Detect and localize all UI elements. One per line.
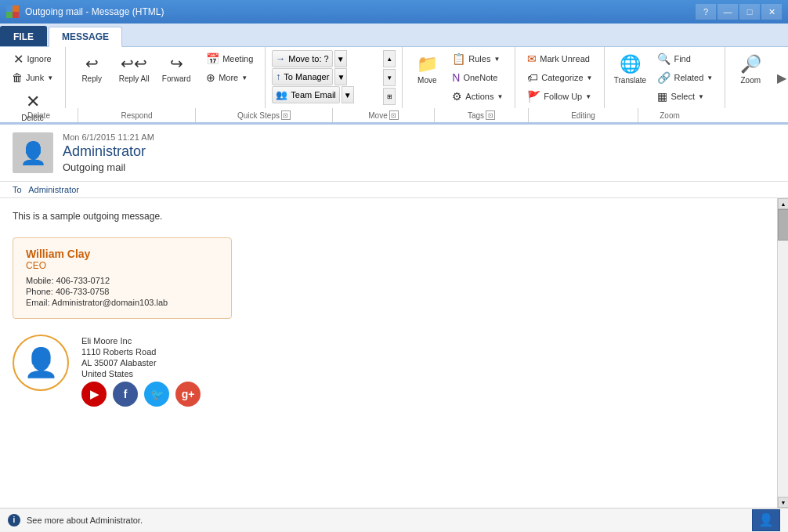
to-recipient[interactable]: Administrator xyxy=(28,185,79,194)
avatar-icon: 👤 xyxy=(20,140,47,166)
rules-button[interactable]: 📋 Rules ▼ xyxy=(446,50,508,67)
forward-button[interactable]: ↪ Forward xyxy=(157,50,196,94)
scroll-down-button[interactable]: ▼ xyxy=(778,497,788,508)
qs-team-email[interactable]: 👥 Team Email xyxy=(272,86,339,103)
qs-expand-1[interactable]: ▼ xyxy=(334,50,347,67)
categorize-button[interactable]: 🏷 Categorize ▼ xyxy=(522,69,598,86)
qs-scroll-buttons: ▲ ▼ ⊞ xyxy=(383,50,396,105)
qs-scroll-down[interactable]: ▼ xyxy=(383,69,396,86)
help-button[interactable]: ? xyxy=(696,4,716,20)
translate-button[interactable]: 🌐 Translate xyxy=(611,50,649,100)
scroll-thumb[interactable] xyxy=(778,209,788,241)
zoom-button[interactable]: 🔎 Zoom xyxy=(732,50,769,100)
contact-sidebar-button[interactable]: 👤 xyxy=(752,509,780,531)
qs-row-1: → Move to: ? ▼ xyxy=(272,50,381,67)
junk-delete-buttons: 🗑 Junk ▼ xyxy=(6,69,59,86)
select-icon: ▦ xyxy=(657,90,667,103)
sig-title: CEO xyxy=(26,260,219,271)
scroll-up-button[interactable]: ▲ xyxy=(778,198,788,209)
ribbon-group-respond: ↩ Reply ↩↩ Reply All ↪ Forward 📅 xyxy=(66,47,266,108)
svg-rect-2 xyxy=(6,12,13,18)
more-icon: ⊕ xyxy=(206,71,215,84)
close-button[interactable]: ✕ xyxy=(761,4,782,20)
reply-splitbtn: ↩ Reply xyxy=(72,50,111,107)
youtube-icon[interactable]: ▶ xyxy=(81,382,107,407)
related-icon: 🔗 xyxy=(657,71,671,84)
qs-expand-all[interactable]: ⊞ xyxy=(383,88,396,105)
move-icon: 📁 xyxy=(417,54,438,74)
follow-up-button[interactable]: 🚩 Follow Up ▼ xyxy=(522,88,598,105)
qs-row-3: 👥 Team Email ▼ xyxy=(272,86,381,103)
rgl-editing: Editing xyxy=(529,108,638,122)
company-info: Eli Moore Inc 1110 Roberts Road AL 35007… xyxy=(81,335,201,410)
qs-scroll-up[interactable]: ▲ xyxy=(383,50,396,67)
reply-button[interactable]: ↩ Reply xyxy=(72,50,111,94)
message-subject: Outgoing mail xyxy=(63,161,775,173)
related-dropdown: ▼ xyxy=(707,74,713,81)
ignore-button[interactable]: ✕ Ignore xyxy=(8,50,56,67)
ribbon: ✕ Ignore 🗑 Junk ▼ ✕ Delete ↩ xyxy=(0,47,788,108)
ribbon-labels-row: Delete Respond Quick Steps ⊡ Move ⊡ Tags… xyxy=(0,108,788,124)
actions-button[interactable]: ⚙ Actions ▼ xyxy=(446,88,508,105)
move-button[interactable]: 📁 Move xyxy=(409,50,445,97)
move-secondary: 📋 Rules ▼ N OneNote ⚙ Actions ▼ xyxy=(446,50,508,105)
more-button[interactable]: ⊕ More ▼ xyxy=(201,69,258,86)
rgl-respond: Respond xyxy=(78,108,196,122)
meeting-button[interactable]: 📅 Meeting xyxy=(201,50,258,67)
quick-steps-expander[interactable]: ⊡ xyxy=(281,110,291,120)
ribbon-scroll-right[interactable]: ▶ xyxy=(775,47,788,108)
tab-bar: FILE MESSAGE xyxy=(0,24,788,47)
mark-unread-button[interactable]: ✉ Mark Unread xyxy=(522,50,598,67)
tab-message[interactable]: MESSAGE xyxy=(49,27,122,47)
googleplus-icon[interactable]: g+ xyxy=(175,382,201,407)
maximize-button[interactable]: □ xyxy=(739,4,760,20)
related-button[interactable]: 🔗 Related ▼ xyxy=(652,69,718,86)
mark-unread-icon: ✉ xyxy=(527,52,537,65)
status-bar: i See more about Administrator. 👤 xyxy=(0,508,788,531)
minimize-button[interactable]: — xyxy=(718,4,738,20)
zoom-icon: 🔎 xyxy=(740,54,761,74)
move-expander[interactable]: ⊡ xyxy=(389,110,399,120)
select-dropdown: ▼ xyxy=(698,93,704,100)
sig-name: William Clay xyxy=(26,248,219,260)
qs-move-to[interactable]: → Move to: ? xyxy=(272,50,332,67)
qs-expand-2[interactable]: ▼ xyxy=(334,68,347,85)
signature-card: William Clay CEO Mobile: 406-733-0712 Ph… xyxy=(13,237,232,319)
forward-icon: ↪ xyxy=(170,54,183,73)
reply-icon: ↩ xyxy=(85,54,99,73)
app-icon xyxy=(6,5,19,18)
ignore-icon: ✕ xyxy=(13,52,23,67)
junk-button[interactable]: 🗑 Junk ▼ xyxy=(6,69,59,86)
quick-steps-content: → Move to: ? ▼ ↑ To Manager ▼ xyxy=(272,50,396,105)
rgl-move: Move ⊡ xyxy=(333,108,435,122)
actions-icon: ⚙ xyxy=(452,90,462,103)
ribbon-group-delete: ✕ Ignore 🗑 Junk ▼ ✕ Delete xyxy=(0,47,66,108)
select-button[interactable]: ▦ Select ▼ xyxy=(652,88,718,105)
company-name: Eli Moore Inc xyxy=(81,336,201,346)
onenote-button[interactable]: N OneNote xyxy=(446,69,508,86)
company-avatar-icon: 👤 xyxy=(23,346,59,379)
reply-all-icon: ↩↩ xyxy=(121,54,147,73)
qs-to-manager[interactable]: ↑ To Manager xyxy=(272,68,333,85)
respond-extras: 📅 Meeting ⊕ More ▼ xyxy=(201,50,258,86)
window-title: Outgoing mail - Message (HTML) xyxy=(25,6,164,17)
find-button[interactable]: 🔍 Find xyxy=(652,50,718,67)
find-icon: 🔍 xyxy=(657,52,671,65)
window-controls: ? — □ ✕ xyxy=(696,4,782,20)
rgl-quick-steps: Quick Steps ⊡ xyxy=(196,108,333,122)
quick-steps-list: → Move to: ? ▼ ↑ To Manager ▼ xyxy=(272,50,381,103)
tags-expander[interactable]: ⊡ xyxy=(486,110,495,120)
qs-row-2: ↑ To Manager ▼ xyxy=(272,68,381,85)
rgl-tags: Tags ⊡ xyxy=(435,108,529,122)
message-date: Mon 6/1/2015 11:21 AM xyxy=(63,132,775,142)
tab-file[interactable]: FILE xyxy=(0,26,47,46)
message-area: 👤 Mon 6/1/2015 11:21 AM Administrator Ou… xyxy=(0,125,788,508)
ribbon-group-zoom: 🔎 Zoom xyxy=(725,47,775,108)
facebook-icon[interactable]: f xyxy=(113,382,138,407)
qs-expand-3[interactable]: ▼ xyxy=(342,86,354,103)
sig-mobile: Mobile: 406-733-0712 xyxy=(26,276,219,285)
ribbon-group-editing: 🌐 Translate 🔍 Find 🔗 Related ▼ ▦ xyxy=(605,47,725,108)
reply-all-button[interactable]: ↩↩ Reply All xyxy=(113,50,155,94)
twitter-icon[interactable]: 🐦 xyxy=(144,382,169,407)
company-contact: 👤 Eli Moore Inc 1110 Roberts Road AL 350… xyxy=(13,335,765,410)
